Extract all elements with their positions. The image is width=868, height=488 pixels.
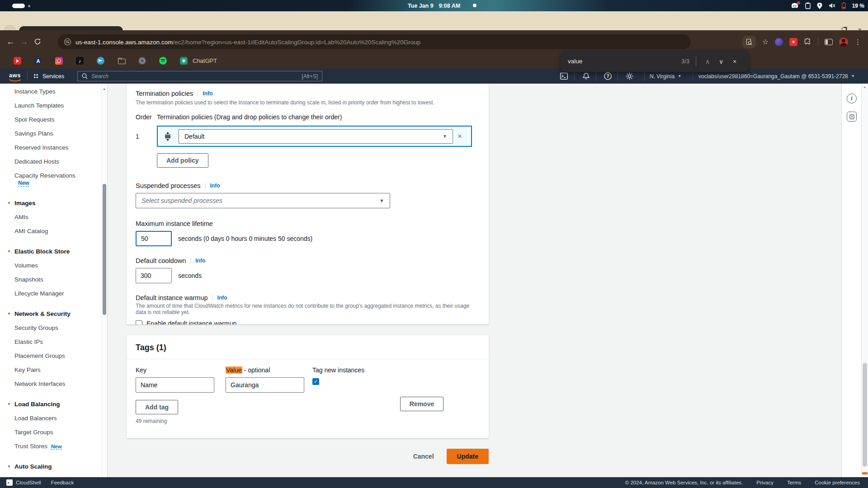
tiktok-bookmark-icon[interactable]: ♪ — [76, 57, 84, 65]
sidebar-section-network-security[interactable]: ▼ Network & Security — [0, 307, 107, 321]
telegram-bookmark-icon[interactable] — [97, 57, 104, 65]
sidebar-section-elastic-block-store[interactable]: ▼ Elastic Block Store — [0, 244, 107, 258]
info-panel-icon[interactable]: i — [847, 94, 857, 103]
extension-icon[interactable] — [775, 38, 783, 46]
sidebar-item-network-interfaces[interactable]: Network Interfaces — [0, 377, 107, 391]
policy-drag-box[interactable]: Default ▼ × — [157, 126, 472, 147]
suspended-processes-select[interactable]: Select suspended processes ▼ — [136, 193, 390, 208]
services-menu[interactable]: Services — [33, 69, 64, 84]
sidebar-item-snapshots[interactable]: Snapshots — [0, 272, 107, 286]
side-panel-icon[interactable] — [825, 39, 833, 45]
termination-policies-info-link[interactable]: Info — [203, 90, 212, 97]
sidebar-item-dedicated-hosts[interactable]: Dedicated Hosts — [0, 155, 107, 169]
spotify-bookmark-icon[interactable] — [159, 57, 167, 65]
scroll-down-arrow-icon[interactable]: ▼ — [863, 472, 866, 475]
instagram-bookmark-icon[interactable] — [55, 57, 63, 65]
sidebar-section-auto-scaling[interactable]: ▼ Auto Scaling — [0, 460, 107, 474]
services-grid-icon — [33, 74, 38, 79]
reload-button[interactable] — [31, 35, 44, 48]
aws-search-box[interactable]: Search [Alt+S] — [77, 71, 322, 81]
scroll-up-arrow-icon[interactable]: ▲ — [103, 87, 106, 90]
extensions-puzzle-icon[interactable] — [804, 38, 811, 46]
terms-link[interactable]: Terms — [787, 480, 801, 485]
remove-tag-button[interactable]: Remove — [400, 397, 443, 411]
privacy-link[interactable]: Privacy — [756, 480, 774, 485]
feedback-link[interactable]: Feedback — [51, 480, 74, 485]
url-field[interactable]: us-east-1.console.aws.amazon.com/ec2/hom… — [58, 34, 691, 49]
sidebar-item-placement-groups[interactable]: Placement Groups — [0, 349, 107, 363]
enable-warmup-checkbox[interactable] — [136, 320, 142, 325]
default-cooldown-info-link[interactable]: Info — [195, 258, 205, 264]
page-scrollbar[interactable]: ▲ ▼ — [861, 84, 868, 477]
location-icon[interactable] — [817, 3, 822, 9]
sidebar-item-instance-types[interactable]: Instance Types — [0, 84, 107, 99]
find-previous-button[interactable]: ∧ — [701, 58, 714, 65]
add-tag-button[interactable]: Add tag — [136, 400, 178, 414]
maximum-instance-lifetime-input[interactable] — [136, 231, 172, 246]
sidebar-item-spot-requests[interactable]: Spot Requests — [0, 113, 107, 127]
folder-bookmark-icon[interactable] — [118, 57, 125, 65]
scroll-up-arrow-icon[interactable]: ▲ — [863, 85, 866, 89]
tags-remaining-text: 49 remaining — [136, 418, 480, 424]
cancel-button[interactable]: Cancel — [413, 453, 434, 460]
sidebar-item-ami-catalog[interactable]: AMI Catalog — [0, 224, 107, 238]
sidebar-section-images[interactable]: ▼ Images — [0, 196, 107, 210]
sidebar-item-trust-stores[interactable]: Trust StoresNew — [0, 439, 107, 453]
termination-policy-select[interactable]: Default ▼ — [179, 129, 453, 144]
find-in-page-indicator[interactable] — [742, 36, 756, 48]
sidebar-scrollbar[interactable]: ▲ — [101, 84, 107, 477]
battery-low-icon[interactable] — [842, 2, 846, 9]
cookie-preferences-link[interactable]: Cookie preferences — [815, 480, 860, 485]
aws-logo[interactable]: aws — [7, 71, 23, 82]
browser-menu-icon[interactable]: ⋮ — [854, 38, 862, 46]
audio-muted-icon[interactable] — [829, 3, 835, 9]
chatgpt-bookmark-label[interactable]: ChatGPT — [193, 57, 217, 64]
discord-icon[interactable] — [791, 3, 799, 9]
tag-key-input[interactable] — [136, 377, 214, 393]
sidebar-item-launch-templates[interactable]: Launch Templates — [0, 99, 107, 113]
sidebar-item-capacity-reservations[interactable]: Capacity Reservations — [0, 169, 107, 180]
cloudshell-footer-button[interactable]: >_ CloudShell — [6, 479, 41, 486]
back-button[interactable]: ← — [4, 35, 17, 48]
sidebar-item-reserved-instances[interactable]: Reserved Instances — [0, 141, 107, 155]
extension-red-icon[interactable]: + — [789, 38, 797, 46]
system-tray[interactable]: 19 % — [791, 0, 864, 11]
sidebar-scrollbar-thumb[interactable] — [103, 184, 106, 315]
label-divider — [212, 295, 213, 301]
sidebar-item-lifecycle-manager[interactable]: Lifecycle Manager — [0, 286, 107, 300]
sidebar-item-key-pairs[interactable]: Key Pairs — [0, 363, 107, 377]
profile-avatar[interactable] — [839, 38, 848, 47]
system-clock[interactable]: Tue Jan 9 9:08 AM — [0, 0, 868, 11]
tag-new-instances-checkbox[interactable]: ✓ — [312, 378, 319, 385]
update-button[interactable]: Update — [447, 449, 489, 464]
sidebar-section-load-balancing[interactable]: ▼ Load Balancing — [0, 397, 107, 411]
suspended-processes-info-link[interactable]: Info — [210, 183, 220, 189]
tag-value-input[interactable] — [226, 377, 304, 393]
sidebar-item-security-groups[interactable]: Security Groups — [0, 321, 107, 335]
globe-bookmark-icon[interactable] — [138, 57, 146, 65]
chatgpt-bookmark-icon[interactable] — [180, 57, 188, 65]
sidebar-item-volumes[interactable]: Volumes — [0, 258, 107, 272]
find-next-button[interactable]: ∨ — [714, 58, 728, 65]
clipboard-icon[interactable] — [805, 2, 811, 9]
find-close-button[interactable]: × — [728, 58, 741, 65]
a-site-bookmark-icon[interactable]: A — [34, 57, 42, 65]
default-cooldown-input[interactable] — [136, 268, 172, 283]
sidebar-item-savings-plans[interactable]: Savings Plans — [0, 127, 107, 141]
sidebar-item-elastic-ips[interactable]: Elastic IPs — [0, 335, 107, 349]
remove-policy-x-button[interactable]: × — [453, 132, 467, 141]
sidebar-item-amis[interactable]: AMIs — [0, 210, 107, 224]
bookmark-star-icon[interactable]: ☆ — [762, 38, 769, 46]
find-bar[interactable]: value 3/3 ∧ ∨ × — [561, 51, 749, 72]
sidebar-item-load-balancers[interactable]: Load Balancers — [0, 411, 107, 425]
page-scrollbar-thumb[interactable] — [863, 363, 867, 467]
drag-handle-icon[interactable] — [164, 132, 171, 141]
default-instance-warmup-info-link[interactable]: Info — [217, 295, 227, 301]
sidebar-item-target-groups[interactable]: Target Groups — [0, 425, 107, 439]
sidebar-item-auto-scaling-groups[interactable]: Auto Scaling Groups — [0, 474, 107, 477]
youtube-bookmark-icon[interactable] — [14, 57, 21, 65]
add-policy-button[interactable]: Add policy — [157, 153, 208, 168]
forward-button[interactable]: → — [17, 35, 31, 48]
resource-panel-icon[interactable] — [847, 112, 857, 122]
find-query-input[interactable]: value — [568, 58, 681, 65]
